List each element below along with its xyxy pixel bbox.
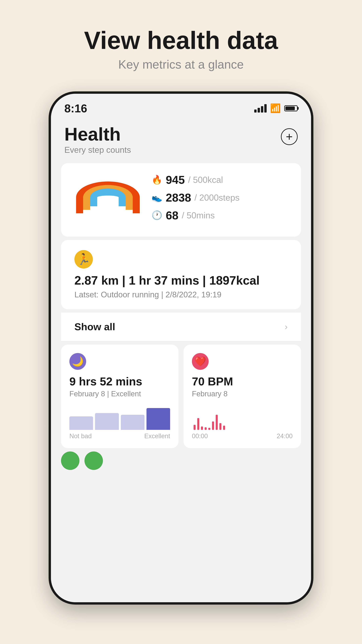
activity-metrics: 🔥 945 / 500kcal 👟 2838 / 2000steps 🕐 68 … <box>151 173 288 226</box>
workout-icon-circle: 🏃 <box>74 250 93 268</box>
show-all-row[interactable]: Show all › <box>61 312 301 341</box>
battery-icon <box>284 105 298 111</box>
moon-icon: 🌙 <box>72 356 84 367</box>
sleep-value: 9 hrs 52 mins <box>69 375 170 388</box>
steps-value: 2838 <box>166 191 191 204</box>
sleep-bar-chart <box>69 403 170 430</box>
activity-card: 🔥 945 / 500kcal 👟 2838 / 2000steps 🕐 68 … <box>61 163 301 237</box>
sleep-icon-circle: 🌙 <box>69 353 86 370</box>
show-all-label: Show all <box>74 321 115 332</box>
heart-chart-labels: 00:00 24:00 <box>192 432 293 440</box>
sleep-bar-3 <box>121 415 144 430</box>
calories-value: 945 <box>166 173 185 186</box>
heart-label: February 8 <box>192 390 293 398</box>
fire-icon: 🔥 <box>151 174 162 185</box>
heart-bar-5 <box>208 428 210 430</box>
green-icon-2 <box>84 452 103 470</box>
clock-icon: 🕐 <box>151 210 162 220</box>
plus-icon: + <box>286 131 293 142</box>
app-title: Health <box>64 125 131 144</box>
app-subtitle-text: Every step counts <box>64 145 131 155</box>
minutes-total: / 50mins <box>182 210 215 220</box>
bottom-cards: 🌙 9 hrs 52 mins February 8 | Excellent N… <box>61 345 301 448</box>
status-bar: 8:16 📶 <box>51 94 311 118</box>
signal-bars-icon <box>254 104 267 112</box>
workout-detail: Latset: Outdoor running | 2/8/2022, 19:1… <box>74 290 288 299</box>
sleep-bar-labels: Not bad Excellent <box>69 432 170 440</box>
page-header: View health data Key metrics at a glance <box>84 0 278 71</box>
sleep-bar-2 <box>95 413 119 430</box>
heart-bar-8 <box>219 423 221 430</box>
heart-bar-9 <box>223 426 225 430</box>
steps-total: / 2000steps <box>194 192 240 202</box>
shoe-icon: 👟 <box>151 192 162 202</box>
rainbow-chart <box>74 182 141 218</box>
heart-bar-6 <box>212 422 214 430</box>
heart-bar-7 <box>216 415 218 430</box>
chevron-right-icon: › <box>285 322 288 332</box>
divider <box>61 341 301 341</box>
heart-rate-card: ❤️ 70 BPM February 8 00:00 24 <box>184 345 301 448</box>
add-button[interactable]: + <box>281 128 298 145</box>
workout-card: 🏃 2.87 km | 1 hr 37 mins | 1897kcal Lats… <box>61 240 301 309</box>
minutes-value: 68 <box>166 209 178 222</box>
heart-time-end: 24:00 <box>277 432 293 440</box>
heart-icon: ❤️ <box>194 356 206 367</box>
minutes-metric: 🕐 68 / 50mins <box>151 209 288 222</box>
app-content: Health Every step counts + 🔥 945 / 500kc… <box>51 118 311 602</box>
sleep-label-excellent: Excellent <box>144 432 170 440</box>
status-time: 8:16 <box>64 102 87 115</box>
calories-total: / 500kcal <box>188 175 223 185</box>
heart-icon-circle: ❤️ <box>192 353 209 370</box>
sleep-bar-1 <box>69 416 93 430</box>
steps-metric: 👟 2838 / 2000steps <box>151 191 288 204</box>
app-header: Health Every step counts + <box>51 118 311 160</box>
heart-bar-2 <box>197 418 199 430</box>
heart-value: 70 BPM <box>192 375 293 388</box>
workout-stats: 2.87 km | 1 hr 37 mins | 1897kcal <box>74 274 288 287</box>
runner-icon: 🏃 <box>77 253 90 266</box>
sleep-label-not-bad: Not bad <box>69 432 92 440</box>
heart-chart <box>192 403 293 430</box>
sleep-label: February 8 | Excellent <box>69 390 170 398</box>
heart-bar-4 <box>205 427 207 430</box>
minutes-arc <box>90 188 126 206</box>
phone-frame: 8:16 📶 Health Every step counts + <box>49 92 313 604</box>
sleep-bar-4 <box>146 408 170 430</box>
heart-bar-1 <box>194 425 196 430</box>
wifi-icon: 📶 <box>270 103 281 113</box>
page-title: View health data <box>84 27 278 54</box>
green-icon-1 <box>61 452 79 470</box>
page-subtitle: Key metrics at a glance <box>84 58 278 71</box>
bottom-green-icons <box>61 452 301 470</box>
status-icons: 📶 <box>254 103 298 113</box>
calories-metric: 🔥 945 / 500kcal <box>151 173 288 186</box>
heart-bar-3 <box>201 426 203 430</box>
sleep-card: 🌙 9 hrs 52 mins February 8 | Excellent N… <box>61 345 178 448</box>
heart-time-start: 00:00 <box>192 432 208 440</box>
app-title-group: Health Every step counts <box>64 125 131 155</box>
